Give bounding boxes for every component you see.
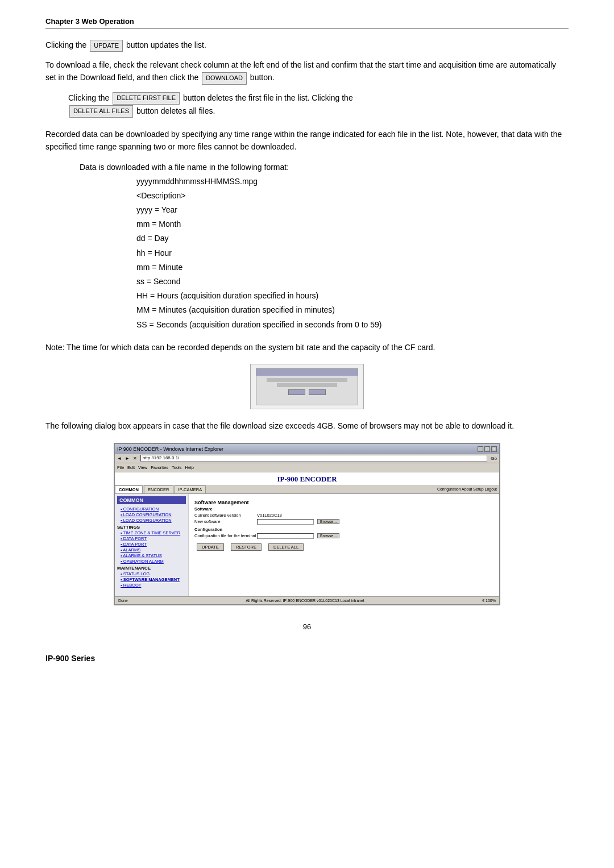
tab-ip-camera[interactable]: IP-CAMERA xyxy=(175,485,206,493)
delete-all-button[interactable]: DELETE ALL xyxy=(268,543,304,551)
browser-sub-toolbar: File Edit View Favorites Tools Help xyxy=(115,463,499,472)
sidebar-item-reboot[interactable]: • REBOOT xyxy=(121,583,186,588)
browser-edit-menu[interactable]: Edit xyxy=(127,465,135,470)
new-software-input[interactable] xyxy=(257,519,314,525)
browser-tools-menu[interactable]: Tools xyxy=(172,465,182,470)
config-section: Configuration xyxy=(194,527,493,532)
browse-button-software[interactable]: Browse... xyxy=(317,519,339,524)
browser-sidebar: COMMON • CONFIGURATION • LOAD CONFIGURAT… xyxy=(115,494,189,596)
dialog-line1 xyxy=(267,378,347,382)
recorded-data-paragraph: Recorded data can be downloaded by speci… xyxy=(45,128,569,153)
current-software-row: Current software version V01L020C13 xyxy=(194,513,493,518)
chapter-title: Chapter 3 Web Operation xyxy=(45,17,134,26)
download-button-inline[interactable]: DOWNLOAD xyxy=(202,72,247,85)
sidebar-item-data-port2[interactable]: • DATA PORT xyxy=(121,542,186,547)
browser-window-controls: _ □ × xyxy=(478,446,497,452)
dialog-titlebar xyxy=(256,369,358,376)
dialog-btn1 xyxy=(288,389,305,395)
dialog-inner xyxy=(256,368,358,405)
para1-text: Clicking the xyxy=(45,40,86,49)
browser-body: COMMON • CONFIGURATION • LOAD CONFIGURAT… xyxy=(115,494,499,596)
browser-forward-btn[interactable]: ► xyxy=(125,456,130,461)
browser-stop-btn[interactable]: ✕ xyxy=(133,456,137,461)
minimize-icon[interactable]: _ xyxy=(478,446,483,452)
dialog-line2 xyxy=(277,383,338,387)
chapter-header: Chapter 3 Web Operation xyxy=(45,17,569,28)
dd-line: dd = Day xyxy=(136,231,569,246)
tab-common[interactable]: COMMON xyxy=(115,485,143,493)
action-buttons: UPDATE RESTORE DELETE ALL xyxy=(194,542,493,552)
page-number: 96 xyxy=(45,622,569,631)
sidebar-item-load-config1[interactable]: • LOAD CONFIGURATION xyxy=(121,512,186,517)
browser-favorites-menu[interactable]: Favorites xyxy=(151,465,168,470)
tab-encoder[interactable]: ENCODER xyxy=(144,485,173,493)
browser-titlebar: IP 900 ENCODER - Windows Internet Explor… xyxy=(115,444,499,454)
para1-cont-text: button updates the list. xyxy=(126,40,206,49)
browser-go-btn[interactable]: Go xyxy=(491,456,497,461)
mm-month-line: mm = Month xyxy=(136,217,569,231)
browser-footer: Done All Rights Reserved. IP-900 ENCODER… xyxy=(115,596,499,604)
series-footer: IP-900 Series xyxy=(45,654,569,663)
maximize-icon[interactable]: □ xyxy=(484,446,490,452)
software-label: Software xyxy=(194,506,213,512)
browser-footer-right: All Rights Reserved. IP-900 ENCODER v01L… xyxy=(246,599,364,603)
config-desc-label: Configuration file for the terminal xyxy=(194,533,257,538)
sidebar-item-status-log[interactable]: • STATUS LOG xyxy=(121,571,186,576)
sidebar-item-alarms-status[interactable]: • ALARMS & STATUS xyxy=(121,553,186,558)
sidebar-item-load-config2[interactable]: • LOAD CONFIGURATION xyxy=(121,518,186,523)
delete-all-button-inline[interactable]: DELETE ALL FILES xyxy=(69,105,133,118)
software-section: Software xyxy=(194,506,493,512)
sidebar-item-configuration[interactable]: • CONFIGURATION xyxy=(121,506,186,512)
software-version: V01L020C13 xyxy=(257,513,282,518)
data-format-block: Data is downloaded with a file name in t… xyxy=(80,160,569,332)
series-name: IP-900 Series xyxy=(45,654,95,663)
browser-address-bar[interactable]: http://192.168.0.1/ xyxy=(140,455,487,462)
sidebar-item-operation[interactable]: • OPERATION ALARM xyxy=(121,559,186,564)
delete-first-button-inline[interactable]: DELETE FIRST FILE xyxy=(113,92,180,105)
new-software-row: New software Browse... xyxy=(194,519,493,525)
MM-line: MM = Minutes (acquisition duration speci… xyxy=(136,303,569,317)
config-file-input[interactable] xyxy=(257,533,314,539)
update-button-inline[interactable]: UPDATE xyxy=(90,40,123,52)
browser-view-menu[interactable]: View xyxy=(138,465,147,470)
browser-main: Software Management Software Current sof… xyxy=(189,494,499,596)
para2-text: To download a file, check the relevant c… xyxy=(45,60,556,82)
close-icon[interactable]: × xyxy=(491,446,497,452)
browser-help-menu[interactable]: Help xyxy=(185,465,194,470)
sidebar-item-timezone[interactable]: • TIME ZONE & TIME SERVER xyxy=(121,530,186,535)
para4-text: Recorded data can be downloaded by speci… xyxy=(45,130,562,151)
sidebar-title: COMMON xyxy=(117,496,186,504)
browser-page-title-area: IP-900 ENCODER xyxy=(115,472,499,485)
sidebar-settings-label: SETTINGS xyxy=(117,525,186,530)
config-desc-row: Configuration file for the terminal Brow… xyxy=(194,533,493,539)
browser-back-btn[interactable]: ◄ xyxy=(117,456,122,461)
new-software-label: New software xyxy=(194,519,257,524)
browser-footer-zoom: € 100% xyxy=(482,599,496,603)
restore-button[interactable]: RESTORE xyxy=(231,543,262,551)
browser-screenshot: IP 900 ENCODER - Windows Internet Explor… xyxy=(114,443,500,605)
browser-file-menu[interactable]: File xyxy=(117,465,124,470)
sidebar-item-alarms[interactable]: • ALARMS xyxy=(121,547,186,553)
browser-tabs: COMMON ENCODER IP-CAMERA Configuration A… xyxy=(115,485,499,494)
browse-button-config[interactable]: Browse... xyxy=(317,533,339,538)
note-paragraph: Note: The time for which data can be rec… xyxy=(45,341,569,354)
SS-line: SS = Seconds (acquisition duration speci… xyxy=(136,318,569,332)
desc-label: <Description> xyxy=(136,189,569,203)
browser-section-software: Software Management xyxy=(194,500,493,505)
download-paragraph: To download a file, check the relevant c… xyxy=(45,59,569,84)
hh-line: hh = Hour xyxy=(136,246,569,260)
data-format-intro: Data is downloaded with a file name in t… xyxy=(80,160,569,175)
dialog-btn2 xyxy=(309,389,326,395)
browser-right-status: Configuration About Setup Logout xyxy=(207,485,499,493)
update-button[interactable]: UPDATE xyxy=(197,543,224,551)
yyyy-line: yyyy = Year xyxy=(136,203,569,217)
para3-mid-text: button deletes the first file in the lis… xyxy=(183,93,353,102)
browser-window-title: IP 900 ENCODER - Windows Internet Explor… xyxy=(117,446,223,452)
update-paragraph: Clicking the UPDATE button updates the l… xyxy=(45,39,569,52)
HH-line: HH = Hours (acquisition duration specifi… xyxy=(136,289,569,303)
sidebar-item-software-mgmt[interactable]: • SOFTWARE MANAGEMENT xyxy=(121,577,186,582)
sidebar-item-data-port1[interactable]: • DATA PORT xyxy=(121,536,186,541)
para3-cont-text: button deletes all files. xyxy=(136,106,215,115)
page-container: Chapter 3 Web Operation Clicking the UPD… xyxy=(0,0,614,868)
page-number-text: 96 xyxy=(303,622,311,631)
